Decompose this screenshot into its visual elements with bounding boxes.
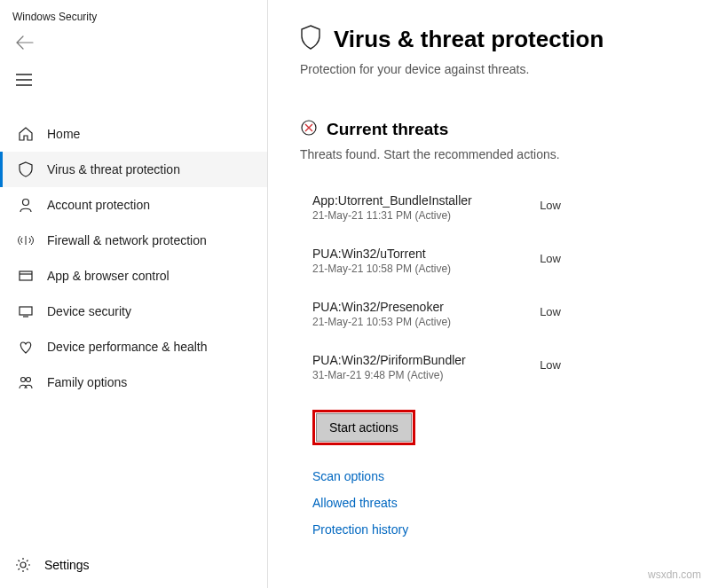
sidebar-item-virus-threat[interactable]: Virus & threat protection bbox=[0, 152, 267, 187]
sidebar-item-label: Virus & threat protection bbox=[47, 162, 253, 176]
watermark: wsxdn.com bbox=[648, 568, 701, 581]
threat-severity: Low bbox=[540, 193, 561, 212]
threat-meta: 31-Mar-21 9:48 PM (Active) bbox=[312, 369, 466, 381]
scan-options-link[interactable]: Scan options bbox=[312, 463, 689, 490]
svg-rect-1 bbox=[20, 271, 32, 280]
protection-history-link[interactable]: Protection history bbox=[312, 516, 689, 543]
svg-point-5 bbox=[20, 562, 26, 568]
threat-item[interactable]: PUA:Win32/PiriformBundler 31-Mar-21 9:48… bbox=[312, 353, 561, 406]
sidebar: Windows Security Home Virus & threat pro… bbox=[0, 0, 268, 588]
threat-item[interactable]: App:Utorrent_BundleInstaller 21-May-21 1… bbox=[312, 193, 561, 247]
main-content: Virus & threat protection Protection for… bbox=[268, 0, 710, 588]
app-browser-icon bbox=[17, 267, 35, 285]
sidebar-item-device-security[interactable]: Device security bbox=[0, 294, 267, 329]
shield-icon bbox=[17, 161, 35, 178]
threat-name: App:Utorrent_BundleInstaller bbox=[312, 193, 472, 208]
sidebar-item-label: App & browser control bbox=[47, 269, 253, 283]
svg-point-3 bbox=[21, 378, 26, 382]
threat-name: PUA:Win32/uTorrent bbox=[312, 247, 451, 261]
svg-point-0 bbox=[23, 200, 29, 206]
sidebar-item-label: Family options bbox=[47, 375, 253, 389]
sidebar-item-firewall[interactable]: Firewall & network protection bbox=[0, 223, 267, 258]
hamburger-menu-button[interactable] bbox=[0, 61, 267, 98]
sidebar-item-family[interactable]: Family options bbox=[0, 365, 267, 400]
device-icon bbox=[17, 302, 35, 320]
current-threats-header: Current threats bbox=[300, 119, 689, 140]
page-title: Virus & threat protection bbox=[334, 26, 604, 53]
threat-meta: 21-May-21 10:53 PM (Active) bbox=[312, 316, 451, 328]
sidebar-item-label: Device security bbox=[47, 304, 253, 318]
threat-alert-icon bbox=[300, 119, 318, 140]
page-subtitle: Protection for your device against threa… bbox=[300, 62, 689, 76]
hamburger-icon bbox=[16, 74, 32, 86]
section-subtitle: Threats found. Start the recommended act… bbox=[300, 147, 689, 161]
svg-rect-2 bbox=[20, 307, 32, 315]
allowed-threats-link[interactable]: Allowed threats bbox=[312, 490, 689, 516]
sidebar-item-label: Home bbox=[47, 127, 253, 141]
threat-severity: Low bbox=[540, 247, 561, 265]
threat-severity: Low bbox=[540, 300, 561, 318]
sidebar-item-account[interactable]: Account protection bbox=[0, 187, 267, 223]
home-icon bbox=[17, 125, 35, 143]
threat-severity: Low bbox=[540, 353, 561, 372]
threat-meta: 21-May-21 10:58 PM (Active) bbox=[312, 263, 451, 275]
threat-name: PUA:Win32/Presenoker bbox=[312, 300, 451, 314]
back-button[interactable] bbox=[0, 28, 267, 61]
app-title: Windows Security bbox=[0, 7, 267, 28]
nav: Home Virus & threat protection Account p… bbox=[0, 116, 267, 547]
sidebar-item-performance[interactable]: Device performance & health bbox=[0, 329, 267, 365]
page-header: Virus & threat protection bbox=[300, 25, 689, 53]
action-row: Start actions bbox=[312, 410, 689, 445]
arrow-left-icon bbox=[16, 35, 34, 50]
highlight-annotation: Start actions bbox=[312, 410, 415, 445]
sidebar-item-home[interactable]: Home bbox=[0, 116, 267, 152]
threat-meta: 21-May-21 11:31 PM (Active) bbox=[312, 209, 472, 222]
start-actions-button[interactable]: Start actions bbox=[316, 413, 412, 442]
svg-point-4 bbox=[27, 378, 31, 382]
sidebar-item-settings[interactable]: Settings bbox=[0, 547, 267, 588]
family-icon bbox=[17, 373, 35, 391]
settings-label: Settings bbox=[44, 558, 90, 572]
shield-icon bbox=[300, 25, 321, 53]
section-title: Current threats bbox=[327, 120, 448, 139]
threat-name: PUA:Win32/PiriformBundler bbox=[312, 353, 466, 367]
sidebar-item-label: Account protection bbox=[47, 198, 253, 212]
links-section: Scan options Allowed threats Protection … bbox=[312, 463, 689, 543]
heart-icon bbox=[17, 338, 35, 356]
threat-list: App:Utorrent_BundleInstaller 21-May-21 1… bbox=[312, 193, 689, 406]
sidebar-item-label: Device performance & health bbox=[47, 340, 253, 354]
sidebar-item-label: Firewall & network protection bbox=[47, 233, 253, 247]
sidebar-item-app-browser[interactable]: App & browser control bbox=[0, 258, 267, 294]
threat-item[interactable]: PUA:Win32/uTorrent 21-May-21 10:58 PM (A… bbox=[312, 247, 561, 300]
person-icon bbox=[17, 196, 35, 214]
gear-icon bbox=[14, 556, 32, 574]
threat-item[interactable]: PUA:Win32/Presenoker 21-May-21 10:53 PM … bbox=[312, 300, 561, 353]
wifi-icon bbox=[17, 231, 35, 249]
